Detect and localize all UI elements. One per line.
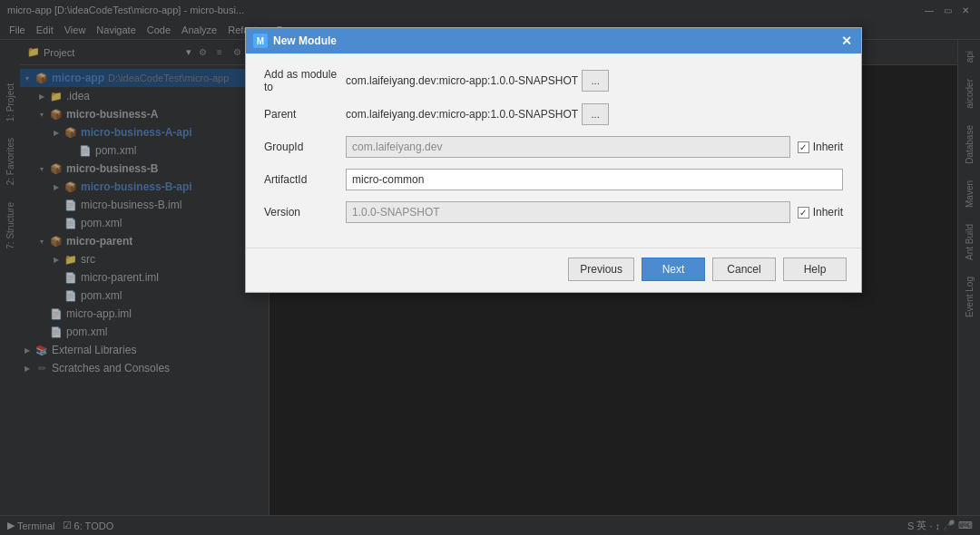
groupid-input[interactable] xyxy=(346,136,790,158)
parent-browse-button[interactable]: ... xyxy=(582,103,609,125)
modal-title-icon: M xyxy=(253,34,268,48)
groupid-inherit: Inherit xyxy=(798,141,843,153)
ide-window: micro-app [D:\ideaCodeTest\micro-app] - … xyxy=(0,0,980,535)
help-button[interactable]: Help xyxy=(783,258,847,281)
modal-title: New Module xyxy=(273,34,839,47)
version-inherit-checkbox[interactable] xyxy=(798,207,809,219)
modal-body: Add as module to com.laifeiyang.dev:micr… xyxy=(246,54,861,248)
form-row-add-as-module: Add as module to com.laifeiyang.dev:micr… xyxy=(264,68,843,93)
version-inherit: Inherit xyxy=(798,206,843,219)
version-label: Version xyxy=(264,206,346,219)
artifactid-input[interactable] xyxy=(346,169,843,190)
modal-footer: Previous Next Cancel Help xyxy=(246,248,861,292)
add-as-module-label: Add as module to xyxy=(264,68,346,93)
parent-value: com.laifeiyang.dev:micro-app:1.0.0-SNAPS… xyxy=(346,108,578,121)
modal-close-button[interactable]: ✕ xyxy=(839,34,854,48)
form-row-version: Version Inherit xyxy=(264,200,843,224)
form-row-parent: Parent com.laifeiyang.dev:micro-app:1.0.… xyxy=(264,102,843,126)
version-inherit-label: Inherit xyxy=(813,206,843,219)
new-module-dialog: M New Module ✕ Add as module to com.laif… xyxy=(245,27,862,293)
modal-titlebar: M New Module ✕ xyxy=(246,28,861,54)
next-button[interactable]: Next xyxy=(642,258,705,281)
modal-overlay: M New Module ✕ Add as module to com.laif… xyxy=(0,0,980,535)
parent-label: Parent xyxy=(264,108,346,121)
artifactid-label: ArtifactId xyxy=(264,173,346,186)
groupid-inherit-checkbox[interactable] xyxy=(798,141,809,153)
add-as-module-value: com.laifeiyang.dev:micro-app:1.0.0-SNAPS… xyxy=(346,74,578,87)
form-row-groupid: GroupId Inherit xyxy=(264,135,843,159)
add-as-module-browse-button[interactable]: ... xyxy=(582,70,609,92)
groupid-label: GroupId xyxy=(264,141,346,153)
previous-button[interactable]: Previous xyxy=(568,258,634,281)
cancel-button[interactable]: Cancel xyxy=(712,258,776,281)
version-input[interactable] xyxy=(346,201,790,223)
groupid-inherit-label: Inherit xyxy=(813,141,843,153)
form-row-artifactid: ArtifactId xyxy=(264,168,843,191)
